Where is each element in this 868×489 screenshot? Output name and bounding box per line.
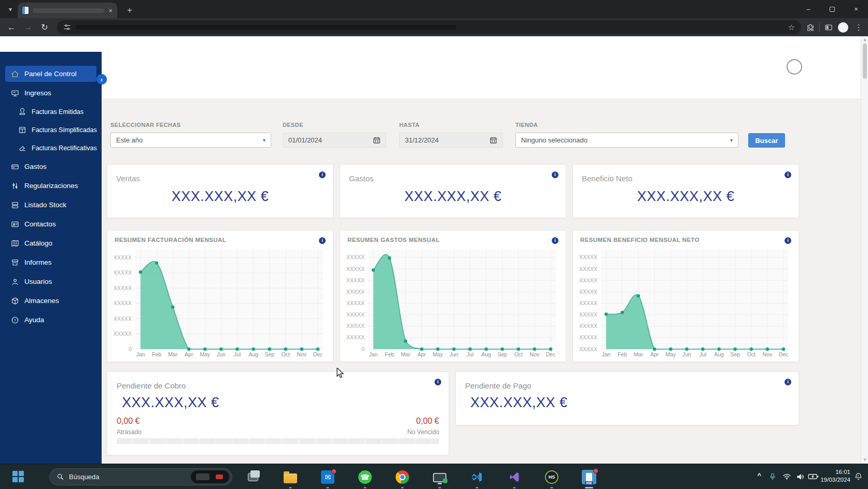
info-icon[interactable]: i (785, 171, 791, 178)
svg-text:XXXXX: XXXXX (114, 315, 132, 322)
scrollbar-thumb[interactable] (863, 44, 867, 79)
info-icon[interactable]: i (552, 237, 558, 244)
scroll-down-icon[interactable]: ▼ (861, 457, 868, 463)
outlook-button[interactable]: ✉ (318, 464, 337, 489)
folder-icon (284, 473, 297, 483)
stat-card-title: Gastos (349, 174, 374, 183)
browser-menu-icon[interactable]: ⋮ (853, 23, 864, 32)
task-view-icon (248, 473, 258, 481)
clock[interactable]: 16:01 19/03/2024 (811, 468, 850, 484)
svg-text:XXXXX: XXXXX (579, 266, 597, 272)
wifi-icon[interactable] (782, 472, 791, 481)
calendar-icon[interactable] (489, 136, 497, 144)
sidebar-collapse-button[interactable]: ‹ (96, 74, 107, 84)
search-highlight-thumbnail[interactable] (191, 470, 229, 483)
microphone-icon[interactable] (768, 472, 777, 481)
search-button[interactable]: Buscar (748, 133, 785, 148)
info-icon[interactable]: i (552, 171, 558, 178)
tab-close-button[interactable]: × (108, 7, 113, 14)
sidebar-item-label: Almacenes (24, 297, 59, 305)
sidebar-item-usuarios[interactable]: Usuarios (5, 274, 96, 290)
date-range-select[interactable]: Este año ▾ (110, 133, 271, 148)
svg-text:XXXXX: XXXXX (579, 323, 597, 329)
sidebar-item-regularizaciones[interactable]: Regularizaciones (5, 178, 96, 194)
monthly-billing-chart[interactable]: 0XXXXXXXXXXXXXXXXXXXXXXXXXXXXXXJanFebMar… (111, 248, 328, 361)
svg-text:Oct: Oct (282, 351, 290, 357)
sidebar-item-catalogo[interactable]: Catálogo (5, 235, 96, 251)
monitor-icon (433, 473, 446, 482)
svg-text:XXXXX: XXXXX (579, 277, 597, 283)
forward-button[interactable]: → (21, 20, 35, 35)
content-header (102, 52, 861, 98)
visual-studio-button[interactable] (505, 464, 524, 489)
remote-pc-button[interactable] (430, 464, 449, 489)
browser-profile-avatar[interactable] (838, 22, 848, 33)
svg-text:XXXXX: XXXXX (346, 289, 365, 295)
tab-search-button[interactable]: ▾ (4, 3, 17, 16)
chrome-button[interactable] (393, 464, 412, 489)
task-view-button[interactable] (244, 464, 262, 489)
browser-tab[interactable]: × (18, 3, 117, 18)
info-icon[interactable]: i (785, 379, 791, 385)
info-icon[interactable]: i (785, 237, 791, 244)
date-to-input[interactable]: 31/12/2024 (399, 133, 503, 148)
file-explorer-button[interactable] (281, 464, 300, 489)
sidebar-item-facturas-emitidas[interactable]: Facturas Emitidas (12, 104, 96, 119)
running-indicator (551, 487, 553, 488)
user-avatar[interactable] (787, 59, 802, 75)
sidebar-item-gastos[interactable]: Gastos (5, 159, 96, 175)
window-close-button[interactable]: × (844, 0, 868, 18)
bookmark-star-icon[interactable]: ☆ (788, 23, 795, 32)
svg-text:Mar: Mar (401, 351, 411, 357)
notification-bell-icon[interactable]: z (854, 472, 863, 481)
calendar-icon[interactable] (373, 136, 381, 144)
sidebar-item-ayuda[interactable]: ? Ayuda (5, 312, 96, 328)
outlook-icon: ✉ (321, 470, 334, 484)
sidebar-item-almacenes[interactable]: Almacenes (5, 293, 96, 309)
start-button-icon[interactable] (12, 471, 24, 483)
id-card-icon (10, 220, 19, 228)
visual-studio-icon (508, 471, 521, 483)
reload-button[interactable]: ↻ (37, 20, 52, 35)
erp-app-button[interactable]: NW (580, 464, 598, 489)
sidebar-item-informes[interactable]: Informes (5, 254, 96, 270)
taskbar-search[interactable]: Búsqueda (49, 468, 232, 485)
svg-text:XXXXX: XXXXX (114, 254, 132, 261)
scroll-up-icon[interactable]: ▲ (861, 37, 868, 43)
info-icon[interactable]: i (435, 379, 441, 385)
extensions-icon[interactable] (806, 23, 815, 32)
site-settings-icon[interactable] (63, 23, 71, 31)
sidebar-item-ingresos[interactable]: Ingresos (5, 85, 96, 101)
browser-tab-strip: ▾ × + – × (0, 0, 868, 18)
sidebar-item-contactos[interactable]: Contactos (5, 216, 96, 232)
monthly-net-profit-chart[interactable]: XXXXXXXXXXXXXXXXXXXXXXXXXXXXXXXXXXXXXXXX… (577, 248, 794, 361)
window-restore-button[interactable] (820, 0, 844, 18)
info-icon[interactable]: i (319, 171, 326, 178)
date-from-input[interactable]: 01/01/2024 (283, 133, 386, 148)
toolbar-divider (819, 23, 820, 32)
volume-icon[interactable] (796, 472, 805, 481)
page-scrollbar[interactable]: ▲ ▼ (861, 36, 868, 464)
whatsapp-button[interactable]: ☎ (356, 464, 374, 489)
monthly-expenses-chart[interactable]: 0XXXXXXXXXXXXXXXXXXXXXXXXXXXXXXXXXXXXXXX… (344, 248, 561, 361)
new-tab-button[interactable]: + (123, 4, 136, 17)
stat-card-gastos: Gastos i XXX.XXX,XX € (340, 164, 566, 218)
svg-text:XXXXX: XXXXX (579, 254, 597, 260)
svg-text:XXXXX: XXXXX (114, 330, 132, 337)
sidebar-item-facturas-simplificadas[interactable]: Facturas Simplificadas (12, 122, 96, 137)
svg-text:XXXXX: XXXXX (114, 269, 132, 276)
back-button[interactable]: ← (4, 20, 19, 35)
store-select[interactable]: Ninguno seleccionado ▾ (515, 133, 738, 148)
date-range-label: SELECCIONAR FECHAS (110, 122, 181, 128)
info-icon[interactable]: i (319, 237, 326, 244)
side-panel-icon[interactable] (824, 23, 833, 32)
address-bar[interactable]: ☆ (57, 20, 801, 34)
tray-chevron-icon[interactable]: ^ (757, 471, 761, 479)
window-minimize-button[interactable]: – (796, 0, 820, 18)
vscode-button[interactable] (468, 464, 486, 489)
hs-app-button[interactable]: HS (542, 464, 561, 489)
sidebar-item-facturas-rectificativas[interactable]: Facturas Rectificativas (12, 140, 96, 155)
sidebar-item-listado-stock[interactable]: Listado Stock (5, 197, 96, 213)
sidebar-item-panel-de-control[interactable]: Panel de Control (5, 66, 96, 82)
svg-text:Mar: Mar (634, 351, 643, 357)
